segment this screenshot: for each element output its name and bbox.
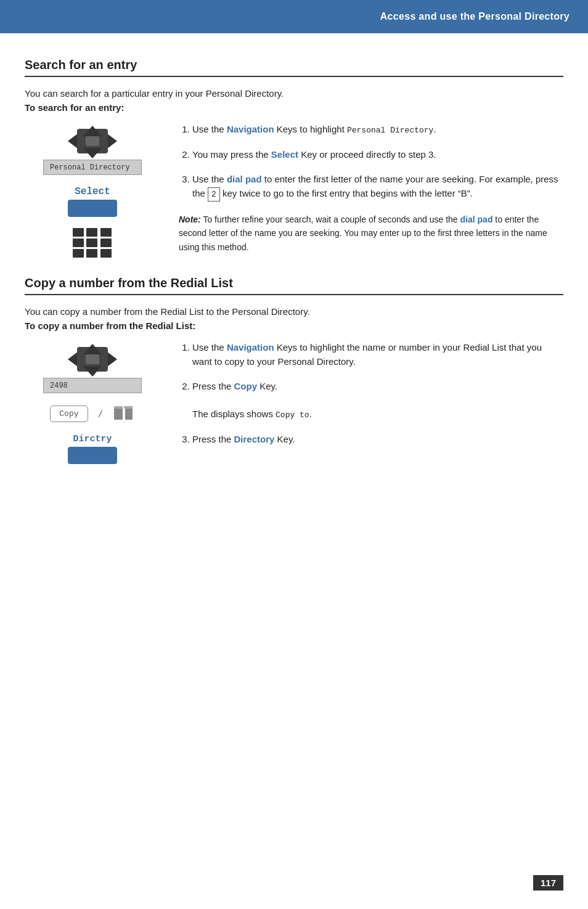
section2-heading: Copy a number from the Redial List — [25, 276, 563, 295]
header-bar: Access and use the Personal Directory — [0, 0, 588, 33]
section2-steps: Use the Navigation Keys to highlight the… — [179, 341, 563, 446]
copy-btn-text: Copy — [59, 409, 78, 418]
section1-columns: Personal Directory Select — [25, 123, 563, 258]
step-2-3: Press the Directory Key. — [192, 433, 563, 447]
section2-left: 2498 Copy / — [25, 341, 160, 464]
copy-btn-label[interactable]: Copy — [50, 406, 88, 422]
key-2-box: 2 — [208, 187, 220, 202]
page-number: 117 — [533, 875, 563, 891]
dialpad-key — [100, 249, 112, 258]
display-text-2: 2498 — [50, 381, 68, 390]
dirctry-label[interactable]: Dirctry — [73, 434, 112, 444]
section2: Copy a number from the Redial List You c… — [25, 276, 563, 464]
nav-widget-2: 2498 — [43, 341, 142, 393]
select-label[interactable]: Select — [75, 186, 110, 197]
svg-rect-15 — [114, 406, 123, 409]
dialpad-key — [86, 228, 97, 237]
dialpad-key — [73, 238, 84, 247]
nav-highlight-2: Navigation — [227, 342, 274, 353]
personal-dir-mono: Personal Directory — [347, 126, 433, 135]
dirctry-button[interactable] — [68, 447, 117, 464]
dialpad-key — [86, 238, 97, 247]
display-bar-1: Personal Directory — [43, 160, 142, 175]
book-icon — [113, 404, 135, 423]
select-softkey: Select — [68, 186, 117, 217]
section2-label-text: To copy a number from the Redial List: — [25, 320, 195, 331]
nav-cross-icon-2 — [65, 341, 120, 378]
copy-row: Copy / — [50, 404, 134, 423]
directory-highlight: Directory — [234, 434, 275, 444]
step-2-2: Press the Copy Key. The displays shows C… — [192, 380, 563, 422]
section1-steps: Use the Navigation Keys to highlight Per… — [179, 123, 563, 202]
select-highlight: Select — [271, 149, 298, 160]
step-1-1: Use the Navigation Keys to highlight Per… — [192, 123, 563, 137]
section2-right: Use the Navigation Keys to highlight the… — [179, 341, 563, 457]
svg-rect-11 — [86, 354, 99, 364]
display-text-1: Personal Directory — [50, 163, 130, 172]
section2-intro: You can copy a number from the Redial Li… — [25, 306, 563, 317]
select-button[interactable] — [68, 200, 117, 217]
copy-highlight: Copy — [234, 381, 258, 391]
dialpad-key — [100, 238, 112, 247]
note-label: Note: — [179, 214, 201, 224]
dialpad-key — [73, 228, 84, 237]
section2-columns: 2498 Copy / — [25, 341, 563, 464]
dialpad-highlight-1: dial pad — [227, 174, 262, 184]
dialpad-key — [73, 249, 84, 258]
section2-label: To copy a number from the Redial List: — [25, 320, 563, 331]
display-bar-2: 2498 — [43, 378, 142, 393]
nav-highlight-1: Navigation — [227, 124, 274, 134]
header-title: Access and use the Personal Directory — [380, 11, 570, 22]
divider-slash: / — [99, 409, 102, 419]
section1-intro: You can search for a particular entry in… — [25, 88, 563, 99]
step-1-3: Use the dial pad to enter the first lett… — [192, 173, 563, 202]
step-1-2: You may press the Select Key or proceed … — [192, 148, 563, 162]
svg-rect-5 — [86, 136, 99, 146]
copy-to-mono: Copy to — [276, 410, 309, 420]
nav-widget-1: Personal Directory — [43, 123, 142, 175]
main-content: Search for an entry You can search for a… — [0, 33, 588, 532]
section1-left: Personal Directory Select — [25, 123, 160, 258]
note-block-1: Note: To further refine your search, wai… — [179, 213, 563, 254]
dialpad-highlight-note: dial pad — [460, 214, 493, 224]
section1-right: Use the Navigation Keys to highlight Per… — [179, 123, 563, 254]
step-2-1: Use the Navigation Keys to highlight the… — [192, 341, 563, 369]
section1-heading: Search for an entry — [25, 58, 563, 77]
dialpad-key — [86, 249, 97, 258]
section1-label: To search for an entry: — [25, 102, 563, 113]
dialpad-icon-1 — [73, 228, 112, 258]
dialpad-key — [100, 228, 112, 237]
nav-cross-icon-1 — [65, 123, 120, 160]
dirctry-softkey: Dirctry — [68, 434, 117, 464]
svg-rect-16 — [124, 406, 133, 409]
